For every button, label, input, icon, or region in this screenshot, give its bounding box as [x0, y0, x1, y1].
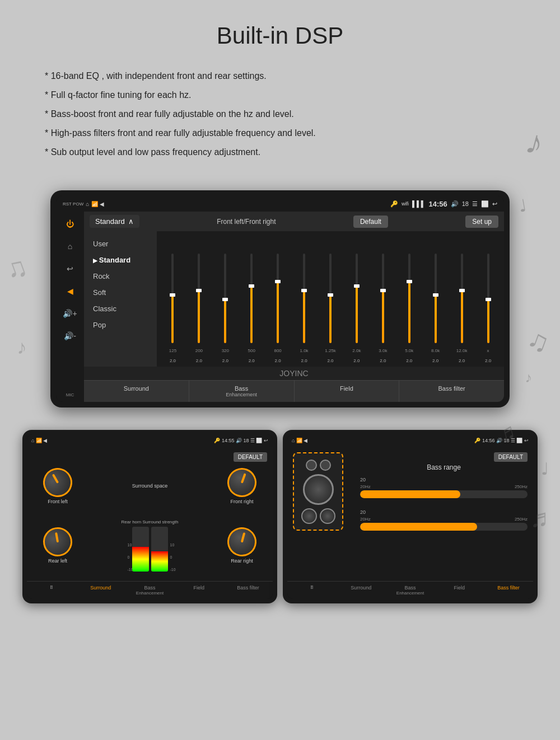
front-right-knob-wrapper: Front right: [217, 458, 267, 514]
eq-icon: 🎚: [28, 585, 75, 590]
eq-bar-10[interactable]: [423, 254, 448, 343]
preset-pop[interactable]: Pop: [84, 317, 157, 333]
eq-val-10: 2.0: [432, 358, 438, 363]
eq-handle-7: [354, 284, 360, 288]
vu-scale-left: 100-10: [128, 543, 130, 572]
eq-bar-0[interactable]: [160, 254, 185, 343]
front-left-knob[interactable]: [38, 462, 77, 502]
bass-slider-1-fill: [360, 490, 460, 498]
eq-bar-3[interactable]: [239, 254, 264, 343]
nav-surround[interactable]: Surround: [76, 582, 125, 599]
preset-standard[interactable]: Standard: [84, 252, 157, 268]
bass-lock-icon: 🔑: [474, 438, 480, 443]
eq-bar-8[interactable]: [370, 254, 395, 343]
bass-s2-end: 250Hz: [515, 517, 528, 522]
front-right-knob[interactable]: [223, 463, 261, 501]
vol-up-icon[interactable]: 🔊+: [62, 306, 78, 321]
eq-track-2: [224, 254, 226, 343]
bass-slider-2-fill: [360, 523, 477, 531]
nav-bass-enh[interactable]: BassEnhancement: [125, 582, 175, 599]
dsp-content: Standard ∧ Front left/Front right Defaul…: [84, 212, 504, 402]
bass-slider-2-track[interactable]: [360, 523, 528, 531]
eq-track-10: [435, 254, 437, 343]
chevron-up-icon: ∧: [128, 217, 134, 226]
eq-bar-7[interactable]: [344, 254, 369, 343]
setup-button[interactable]: Set up: [465, 216, 498, 228]
bass-slider-1-track[interactable]: [360, 490, 528, 498]
eq-fill-1: [198, 289, 200, 343]
bass-range-title: Bass range: [360, 463, 528, 471]
preset-dropdown[interactable]: Standard ∧: [90, 215, 139, 228]
eq-handle-0: [170, 293, 175, 297]
knob-grid: Front left Surround space Front right: [32, 458, 267, 573]
default-button[interactable]: Default: [353, 216, 388, 228]
eq-fill-8: [382, 289, 384, 343]
eq-section: 1252003205008001.0k1.25k2.0k3.0k5.0k8.0k…: [157, 231, 504, 367]
power-icon[interactable]: ⏻: [62, 216, 78, 232]
eq-fill-0: [171, 294, 174, 343]
play-nav-icon[interactable]: ◀: [62, 283, 78, 299]
nav-eq-icon[interactable]: 🎚: [27, 582, 76, 599]
surround-status-bar: ⌂ 📶 ◀ 🔑 14:55 🔊 18 ☰ ⬜ ↩: [27, 434, 273, 447]
eq-bar-1[interactable]: [186, 254, 212, 343]
surround-btn[interactable]: Surround: [84, 381, 189, 402]
bass-status-bar: ⌂ 📶 ◀ 🔑 14:56 🔊 18 ☰ ⬜ ↩: [287, 434, 533, 447]
nav-bass-filter[interactable]: Bass filter: [223, 582, 273, 599]
eq-bar-12[interactable]: [475, 254, 501, 343]
eq-track-1: [198, 254, 200, 343]
eq-freq-5: 1.0k: [300, 348, 309, 353]
features-list: * 16-band EQ , with independent front an…: [11, 60, 549, 168]
preset-rock[interactable]: Rock: [84, 268, 157, 284]
eq-fill-5: [303, 289, 305, 343]
channel-label: Front left/Front right: [217, 218, 276, 226]
bass-default-btn[interactable]: DEFAULT: [494, 452, 528, 462]
eq-val-0: 2.0: [170, 358, 176, 363]
speaker-robot: [293, 452, 343, 531]
bass-nav-bass-enh[interactable]: BassEnhancement: [386, 582, 435, 599]
eq-bar-4[interactable]: [265, 254, 291, 343]
bass-nav-eq-icon[interactable]: 🎚: [287, 582, 337, 599]
eq-bar-11[interactable]: [449, 254, 474, 343]
surround-default-btn[interactable]: DEFAULT: [234, 452, 267, 462]
bass-s2-val: 20: [360, 509, 366, 515]
status-right: 🔑 wifi ▌▌▌ 14:56 🔊 18 ☰ ⬜ ↩: [390, 200, 497, 208]
eq-freq-9: 5.0k: [405, 348, 413, 353]
eq-fill-4: [277, 280, 279, 343]
bass-nav-field[interactable]: Field: [435, 582, 484, 599]
preset-soft[interactable]: Soft: [84, 284, 157, 301]
eq-track-4: [277, 254, 279, 343]
deco-note-4: ♪: [525, 369, 533, 386]
surround-status-left: ⌂ 📶 ◀: [31, 438, 47, 443]
bass-filter-btn[interactable]: Bass filter: [399, 381, 504, 402]
eq-val-8: 2.0: [380, 358, 386, 363]
bass-s1-end: 250Hz: [515, 484, 528, 489]
preset-classic[interactable]: Classic: [84, 301, 157, 317]
eq-bar-5[interactable]: [292, 254, 317, 343]
vol-down-icon[interactable]: 🔊-: [62, 328, 78, 344]
rear-right-knob[interactable]: [224, 524, 260, 560]
eq-bar-6[interactable]: [318, 254, 343, 343]
bass-nav-bass-filter[interactable]: Bass filter: [484, 582, 533, 599]
volume-level: 18: [462, 200, 469, 207]
bass-s1-val: 20: [360, 477, 366, 483]
bass-status-left: ⌂ 📶 ◀: [292, 438, 307, 443]
bass-screen-wrapper: ⌂ 📶 ◀ 🔑 14:56 🔊 18 ☰ ⬜ ↩ DEFAULT: [287, 434, 533, 599]
speaker-eye-left: [306, 460, 317, 471]
field-btn[interactable]: Field: [295, 381, 400, 402]
bass-nav-surround[interactable]: Surround: [337, 582, 386, 599]
eq-bar-2[interactable]: [213, 254, 238, 343]
feature-item-4: * High-pass filters front and rear fully…: [45, 124, 515, 142]
brand-label: JOYINC: [84, 367, 504, 380]
eq-val-5: 2.0: [301, 358, 307, 363]
eq-bar-9[interactable]: [396, 254, 422, 343]
speaker-sub-left: [301, 508, 317, 524]
home-nav-icon[interactable]: ⌂: [62, 238, 78, 254]
eq-track-12: [487, 254, 489, 343]
nav-field[interactable]: Field: [174, 582, 223, 599]
rear-left-knob[interactable]: [41, 524, 74, 558]
feature-item-1: * 16-band EQ , with independent front an…: [45, 67, 515, 85]
preset-user[interactable]: User: [84, 236, 157, 252]
bass-enhancement-btn[interactable]: BassEnhancement: [189, 381, 295, 402]
vumeter-2: [151, 527, 168, 572]
back-nav-icon[interactable]: ↩: [62, 261, 78, 277]
